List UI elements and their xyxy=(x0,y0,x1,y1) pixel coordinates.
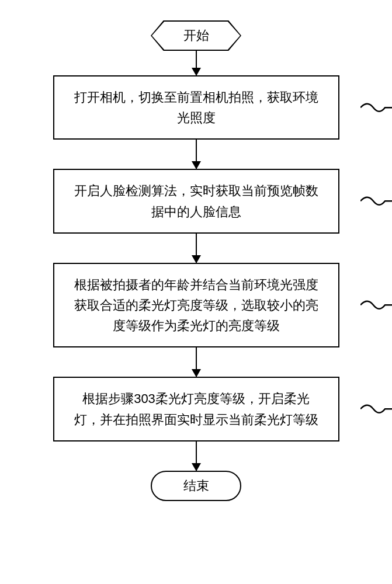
step-label-303: 303 xyxy=(360,293,392,318)
connector-squiggle-icon xyxy=(360,99,392,116)
step-label-304: 304 xyxy=(360,397,392,422)
process-text: 开启人脸检测算法，实时获取当前预览帧数据中的人脸信息 xyxy=(74,183,318,218)
process-text: 根据被拍摄者的年龄并结合当前环境光强度获取合适的柔光灯亮度等级，选取较小的亮度等… xyxy=(74,277,318,333)
arrow-icon xyxy=(196,234,197,263)
process-step-303: 根据被拍摄者的年龄并结合当前环境光强度获取合适的柔光灯亮度等级，选取较小的亮度等… xyxy=(53,263,339,348)
process-text: 打开相机，切换至前置相机拍照，获取环境光照度 xyxy=(74,90,318,125)
process-step-304: 根据步骤303柔光灯亮度等级，开启柔光灯，并在拍照界面实时显示当前柔光灯等级 3… xyxy=(53,377,339,441)
arrow-icon xyxy=(196,51,197,75)
arrow-icon xyxy=(196,347,197,377)
arrow-icon xyxy=(196,140,197,169)
process-step-301: 打开相机，切换至前置相机拍照，获取环境光照度 301 xyxy=(53,75,339,140)
start-label: 开始 xyxy=(152,22,240,50)
step-label-301: 301 xyxy=(360,95,392,120)
end-label: 结束 xyxy=(183,477,209,495)
process-text: 根据步骤303柔光灯亮度等级，开启柔光灯，并在拍照界面实时显示当前柔光灯等级 xyxy=(74,391,318,426)
flowchart-container: 开始 打开相机，切换至前置相机拍照，获取环境光照度 301 开启人脸检测算法，实… xyxy=(0,0,392,501)
step-label-302: 302 xyxy=(360,189,392,214)
end-terminator: 结束 xyxy=(151,471,241,501)
connector-squiggle-icon xyxy=(360,401,392,418)
arrow-icon xyxy=(196,442,197,471)
start-terminator: 开始 xyxy=(151,20,241,51)
process-step-302: 开启人脸检测算法，实时获取当前预览帧数据中的人脸信息 302 xyxy=(53,169,339,233)
connector-squiggle-icon xyxy=(360,193,392,210)
connector-squiggle-icon xyxy=(360,297,392,314)
